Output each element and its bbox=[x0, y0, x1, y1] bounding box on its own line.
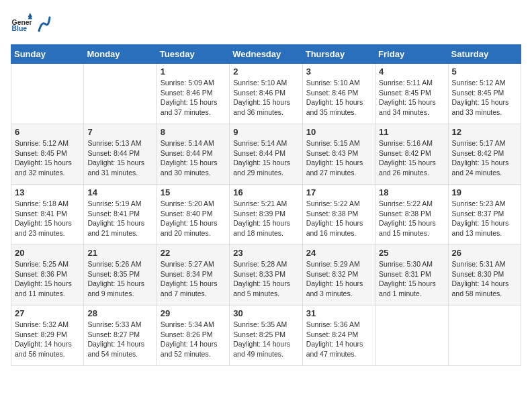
day-number: 21 bbox=[87, 248, 152, 258]
calendar-cell: 20Sunrise: 5:25 AMSunset: 8:36 PMDayligh… bbox=[11, 245, 84, 306]
calendar-cell: 17Sunrise: 5:22 AMSunset: 8:38 PMDayligh… bbox=[302, 185, 375, 245]
day-detail: Sunrise: 5:26 AMSunset: 8:35 PMDaylight:… bbox=[87, 259, 152, 299]
calendar-cell: 27Sunrise: 5:32 AMSunset: 8:29 PMDayligh… bbox=[11, 306, 84, 366]
day-number: 23 bbox=[233, 248, 298, 258]
day-number: 15 bbox=[161, 187, 226, 197]
calendar-cell bbox=[448, 306, 521, 366]
calendar-table: SundayMondayTuesdayWednesdayThursdayFrid… bbox=[11, 44, 521, 366]
calendar-cell: 7Sunrise: 5:13 AMSunset: 8:44 PMDaylight… bbox=[84, 124, 157, 185]
calendar-cell: 8Sunrise: 5:14 AMSunset: 8:44 PMDaylight… bbox=[157, 124, 229, 185]
day-number: 29 bbox=[161, 308, 226, 318]
day-number: 2 bbox=[233, 66, 298, 77]
calendar-week-row: 6Sunrise: 5:12 AMSunset: 8:45 PMDaylight… bbox=[11, 124, 521, 185]
day-number: 10 bbox=[306, 127, 371, 137]
calendar-cell: 16Sunrise: 5:21 AMSunset: 8:39 PMDayligh… bbox=[230, 185, 302, 245]
day-number: 31 bbox=[306, 308, 371, 318]
day-number: 5 bbox=[452, 66, 517, 77]
day-detail: Sunrise: 5:30 AMSunset: 8:31 PMDaylight:… bbox=[379, 259, 444, 299]
calendar-week-row: 1Sunrise: 5:09 AMSunset: 8:46 PMDaylight… bbox=[11, 64, 521, 124]
day-number: 8 bbox=[161, 127, 226, 137]
calendar-cell: 6Sunrise: 5:12 AMSunset: 8:45 PMDaylight… bbox=[11, 124, 84, 185]
day-number: 17 bbox=[306, 187, 371, 197]
day-detail: Sunrise: 5:28 AMSunset: 8:33 PMDaylight:… bbox=[233, 259, 298, 299]
day-detail: Sunrise: 5:12 AMSunset: 8:45 PMDaylight:… bbox=[15, 138, 80, 178]
weekday-header-monday: Monday bbox=[84, 45, 157, 64]
day-number: 13 bbox=[15, 187, 80, 197]
day-detail: Sunrise: 5:12 AMSunset: 8:45 PMDaylight:… bbox=[452, 78, 517, 118]
calendar-cell bbox=[11, 64, 84, 124]
day-detail: Sunrise: 5:18 AMSunset: 8:41 PMDaylight:… bbox=[15, 199, 80, 238]
weekday-header-sunday: Sunday bbox=[11, 45, 84, 64]
day-detail: Sunrise: 5:11 AMSunset: 8:45 PMDaylight:… bbox=[379, 78, 444, 118]
day-detail: Sunrise: 5:10 AMSunset: 8:46 PMDaylight:… bbox=[233, 78, 298, 118]
calendar-cell: 28Sunrise: 5:33 AMSunset: 8:27 PMDayligh… bbox=[84, 306, 157, 366]
day-detail: Sunrise: 5:10 AMSunset: 8:46 PMDaylight:… bbox=[306, 78, 371, 118]
day-detail: Sunrise: 5:25 AMSunset: 8:36 PMDaylight:… bbox=[15, 259, 80, 299]
day-detail: Sunrise: 5:23 AMSunset: 8:37 PMDaylight:… bbox=[452, 199, 517, 238]
calendar-cell: 26Sunrise: 5:31 AMSunset: 8:30 PMDayligh… bbox=[448, 245, 521, 306]
day-detail: Sunrise: 5:33 AMSunset: 8:27 PMDaylight:… bbox=[87, 320, 152, 359]
day-number: 27 bbox=[15, 308, 80, 318]
day-number: 7 bbox=[87, 127, 152, 137]
day-number: 28 bbox=[87, 308, 152, 318]
day-number: 4 bbox=[379, 66, 444, 77]
day-detail: Sunrise: 5:21 AMSunset: 8:39 PMDaylight:… bbox=[233, 199, 298, 238]
day-number: 12 bbox=[452, 127, 517, 137]
weekday-header-friday: Friday bbox=[375, 45, 448, 64]
calendar-cell: 2Sunrise: 5:10 AMSunset: 8:46 PMDaylight… bbox=[230, 64, 302, 124]
day-number: 22 bbox=[161, 248, 226, 258]
calendar-cell: 21Sunrise: 5:26 AMSunset: 8:35 PMDayligh… bbox=[84, 245, 157, 306]
day-number: 11 bbox=[379, 127, 444, 137]
day-detail: Sunrise: 5:27 AMSunset: 8:34 PMDaylight:… bbox=[161, 259, 226, 299]
logo-wave-icon bbox=[36, 11, 51, 36]
day-detail: Sunrise: 5:16 AMSunset: 8:42 PMDaylight:… bbox=[379, 138, 444, 178]
calendar-cell bbox=[375, 306, 448, 366]
calendar-cell: 5Sunrise: 5:12 AMSunset: 8:45 PMDaylight… bbox=[448, 64, 521, 124]
day-detail: Sunrise: 5:29 AMSunset: 8:32 PMDaylight:… bbox=[306, 259, 371, 299]
day-number: 24 bbox=[306, 248, 371, 258]
calendar-cell: 14Sunrise: 5:19 AMSunset: 8:41 PMDayligh… bbox=[84, 185, 157, 245]
weekday-header-thursday: Thursday bbox=[302, 45, 375, 64]
day-detail: Sunrise: 5:36 AMSunset: 8:24 PMDaylight:… bbox=[306, 320, 371, 359]
calendar-cell: 10Sunrise: 5:15 AMSunset: 8:43 PMDayligh… bbox=[302, 124, 375, 185]
day-number: 26 bbox=[452, 248, 517, 258]
day-number: 9 bbox=[233, 127, 298, 137]
weekday-header-tuesday: Tuesday bbox=[157, 45, 229, 64]
calendar-cell: 19Sunrise: 5:23 AMSunset: 8:37 PMDayligh… bbox=[448, 185, 521, 245]
day-detail: Sunrise: 5:22 AMSunset: 8:38 PMDaylight:… bbox=[306, 199, 371, 238]
calendar-cell: 4Sunrise: 5:11 AMSunset: 8:45 PMDaylight… bbox=[375, 64, 448, 124]
day-detail: Sunrise: 5:09 AMSunset: 8:46 PMDaylight:… bbox=[161, 78, 226, 118]
calendar-cell: 3Sunrise: 5:10 AMSunset: 8:46 PMDaylight… bbox=[302, 64, 375, 124]
calendar-cell: 18Sunrise: 5:22 AMSunset: 8:38 PMDayligh… bbox=[375, 185, 448, 245]
weekday-header-wednesday: Wednesday bbox=[230, 45, 302, 64]
svg-text:Blue: Blue bbox=[12, 25, 28, 32]
calendar-cell: 23Sunrise: 5:28 AMSunset: 8:33 PMDayligh… bbox=[230, 245, 302, 306]
calendar-cell: 12Sunrise: 5:17 AMSunset: 8:42 PMDayligh… bbox=[448, 124, 521, 185]
day-number: 25 bbox=[379, 248, 444, 258]
calendar-cell: 31Sunrise: 5:36 AMSunset: 8:24 PMDayligh… bbox=[302, 306, 375, 366]
calendar-week-row: 20Sunrise: 5:25 AMSunset: 8:36 PMDayligh… bbox=[11, 245, 521, 306]
calendar-cell: 11Sunrise: 5:16 AMSunset: 8:42 PMDayligh… bbox=[375, 124, 448, 185]
day-number: 16 bbox=[233, 187, 298, 197]
page-header: General Blue bbox=[11, 11, 521, 36]
day-detail: Sunrise: 5:13 AMSunset: 8:44 PMDaylight:… bbox=[87, 138, 152, 178]
calendar-cell: 29Sunrise: 5:34 AMSunset: 8:26 PMDayligh… bbox=[157, 306, 229, 366]
day-detail: Sunrise: 5:15 AMSunset: 8:43 PMDaylight:… bbox=[306, 138, 371, 178]
day-number: 19 bbox=[452, 187, 517, 197]
day-detail: Sunrise: 5:19 AMSunset: 8:41 PMDaylight:… bbox=[87, 199, 152, 238]
calendar-cell: 30Sunrise: 5:35 AMSunset: 8:25 PMDayligh… bbox=[230, 306, 302, 366]
day-detail: Sunrise: 5:22 AMSunset: 8:38 PMDaylight:… bbox=[379, 199, 444, 238]
weekday-header-saturday: Saturday bbox=[448, 45, 521, 64]
svg-marker-3 bbox=[28, 15, 32, 19]
day-number: 20 bbox=[15, 248, 80, 258]
calendar-header-row: SundayMondayTuesdayWednesdayThursdayFrid… bbox=[11, 45, 521, 64]
calendar-cell: 1Sunrise: 5:09 AMSunset: 8:46 PMDaylight… bbox=[157, 64, 229, 124]
logo: General Blue bbox=[11, 11, 51, 36]
day-detail: Sunrise: 5:14 AMSunset: 8:44 PMDaylight:… bbox=[161, 138, 226, 178]
day-detail: Sunrise: 5:35 AMSunset: 8:25 PMDaylight:… bbox=[233, 320, 298, 359]
calendar-cell bbox=[84, 64, 157, 124]
calendar-cell: 13Sunrise: 5:18 AMSunset: 8:41 PMDayligh… bbox=[11, 185, 84, 245]
logo-icon: General Blue bbox=[11, 13, 32, 34]
calendar-week-row: 13Sunrise: 5:18 AMSunset: 8:41 PMDayligh… bbox=[11, 185, 521, 245]
day-detail: Sunrise: 5:32 AMSunset: 8:29 PMDaylight:… bbox=[15, 320, 80, 359]
